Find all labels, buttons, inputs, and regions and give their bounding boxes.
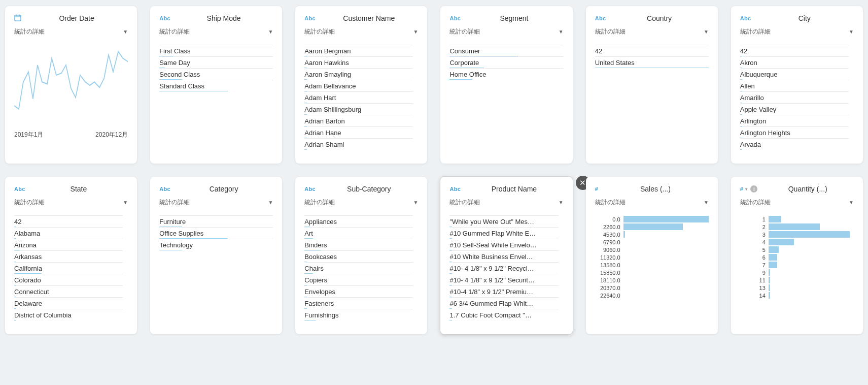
abc-icon: Abc [14,186,25,192]
list-item[interactable]: Standard Class [159,80,273,91]
list-item[interactable]: #10 Self-Seal White Envelo… [449,239,558,250]
histogram: 0.02260.04530.06790.09060.011320.013580.… [595,215,709,327]
list-item[interactable]: 42 [595,45,709,56]
list[interactable]: "While you Were Out" Mes…#10 Gummed Flap… [449,215,563,327]
chevron-down-icon: ▼ [123,200,128,205]
list[interactable]: AppliancesArtBindersBookcasesChairsCopie… [304,215,418,327]
list-item[interactable]: District of Columbia [14,309,123,320]
list-item[interactable]: Same Day [159,56,273,68]
list-item[interactable]: Aaron Smayling [304,68,413,80]
card-quantity[interactable]: #▼i Quantity (...) 統計の詳細 ▼ 1234567911131… [731,177,863,334]
hbar-track [623,262,709,268]
list-item[interactable]: 42 [740,45,849,56]
list-item[interactable]: Adam Shillingsburg [304,103,413,115]
list-item[interactable]: #10- 4 1/8" x 9 1/2" Securit… [449,274,558,285]
dropdown-label: 統計の詳細 [304,198,335,207]
list-item[interactable]: Amarillo [740,91,849,103]
list-item[interactable]: #10 White Business Envel… [449,250,558,262]
list-item[interactable]: Arkansas [14,250,123,262]
stats-dropdown[interactable]: 統計の詳細 ▼ [449,26,563,41]
list-item[interactable]: Connecticut [14,285,123,297]
stats-dropdown[interactable]: 統計の詳細 ▼ [304,197,418,211]
card-customer-name[interactable]: Abc Customer Name 統計の詳細 ▼ Aaron BergmanA… [295,6,427,164]
list-item[interactable]: Arlington Heights [740,126,849,138]
stats-dropdown[interactable]: 統計の詳細 ▼ [304,26,418,41]
list-item[interactable]: Technology [159,239,273,250]
card-product-name[interactable]: Abc Product Name 統計の詳細 ▼ "While you Were… [440,177,572,334]
hbar-track [769,277,854,283]
card-ship-mode[interactable]: Abc Ship Mode 統計の詳細 ▼ First ClassSame Da… [150,6,282,164]
card-category[interactable]: Abc Category 統計の詳細 ▼ FurnitureOffice Sup… [150,177,282,334]
list-item[interactable]: Delaware [14,297,123,309]
list-item[interactable]: "While you Were Out" Mes… [449,215,558,227]
list-item[interactable]: Allen [740,80,849,91]
list-item[interactable]: #10-4 1/8" x 9 1/2" Premiu… [449,285,558,297]
stats-dropdown[interactable]: 統計の詳細 ▼ [14,26,128,41]
stats-dropdown[interactable]: 統計の詳細 ▼ [740,197,854,211]
dropdown-label: 統計の詳細 [14,27,45,36]
list-item[interactable]: Bookcases [304,250,413,262]
card-country[interactable]: Abc Country 統計の詳細 ▼ 42United States [586,6,718,164]
close-icon: ✕ [579,178,586,187]
list[interactable]: 42AlabamaArizonaArkansasCaliforniaColora… [14,215,128,327]
list-item[interactable]: Binders [304,239,413,250]
list-item[interactable]: Adrian Hane [304,126,413,138]
list-item[interactable]: United States [595,56,709,68]
list-item[interactable]: Furniture [159,215,273,227]
hbar-track [769,284,854,291]
list-item[interactable]: Envelopes [304,285,413,297]
card-state[interactable]: Abc State 統計の詳細 ▼ 42AlabamaArizonaArkans… [5,177,137,334]
list-item[interactable]: California [14,262,123,274]
stats-dropdown[interactable]: 統計の詳細 ▼ [595,26,709,41]
list-item[interactable]: Office Supplies [159,227,273,239]
list-item[interactable]: #6 3/4 Gummed Flap Whit… [449,297,558,309]
list-item[interactable]: Fasteners [304,297,413,309]
list-item[interactable]: Albuquerque [740,68,849,80]
list-item[interactable]: Home Office [449,68,563,80]
list-item[interactable]: Aaron Hawkins [304,56,413,68]
card-city[interactable]: Abc City 統計の詳細 ▼ 42AkronAlbuquerqueAllen… [731,6,863,164]
list-item[interactable]: Chairs [304,262,413,274]
list-item[interactable]: Consumer [449,45,563,56]
list-item[interactable]: Arlington [740,115,849,126]
calendar-icon [14,14,21,22]
chevron-down-icon: ▼ [268,29,273,35]
list-item[interactable]: #10 Gummed Flap White E… [449,227,558,239]
card-order-date[interactable]: Order Date 統計の詳細 ▼ 2019年1月 2020年12月 [5,6,137,164]
stats-dropdown[interactable]: 統計の詳細 ▼ [595,197,709,211]
card-sales[interactable]: # Sales (...) 統計の詳細 ▼ 0.02260.04530.0679… [586,177,718,334]
list-item[interactable]: Akron [740,56,849,68]
stats-dropdown[interactable]: 統計の詳細 ▼ [740,26,854,41]
list-item[interactable]: First Class [159,45,273,56]
list-item[interactable]: #10- 4 1/8" x 9 1/2" Recycl… [449,262,558,274]
list-item[interactable]: Colorado [14,274,123,285]
list-item[interactable]: Art [304,227,413,239]
stats-dropdown[interactable]: 統計の詳細 ▼ [159,197,273,211]
list-item[interactable]: Adam Bellavance [304,80,413,91]
list-item[interactable]: 1.7 Cubic Foot Compact "… [449,309,558,320]
hbar-track [623,216,709,222]
list-item[interactable]: 42 [14,215,123,227]
card-segment[interactable]: Abc Segment 統計の詳細 ▼ ConsumerCorporateHom… [440,6,572,164]
list-item[interactable]: Copiers [304,274,413,285]
list-item[interactable]: Furnishings [304,309,413,320]
list-item[interactable]: Alabama [14,227,123,239]
list-item[interactable]: Apple Valley [740,103,849,115]
list-item[interactable]: Arvada [740,138,849,150]
list-item[interactable]: Corporate [449,56,563,68]
list[interactable]: 42AkronAlbuquerqueAllenAmarilloApple Val… [740,45,854,156]
hbar-row: 2260.0 [595,223,709,231]
list-item[interactable]: Aaron Bergman [304,45,413,56]
stats-dropdown[interactable]: 統計の詳細 ▼ [159,26,273,41]
list-item[interactable]: Appliances [304,215,413,227]
list-item[interactable]: Adrian Shami [304,138,413,150]
list-item[interactable]: Second Class [159,68,273,80]
stats-dropdown[interactable]: 統計の詳細 ▼ [14,197,128,211]
card-sub-category[interactable]: Abc Sub-Category 統計の詳細 ▼ AppliancesArtBi… [295,177,427,334]
list-item[interactable]: Adam Hart [304,91,413,103]
stats-dropdown[interactable]: 統計の詳細 ▼ [449,197,563,211]
list-item[interactable]: Arizona [14,239,123,250]
list[interactable]: Aaron BergmanAaron HawkinsAaron Smayling… [304,45,418,156]
hbar-row: 11 [740,276,854,284]
list-item[interactable]: Adrian Barton [304,115,413,126]
